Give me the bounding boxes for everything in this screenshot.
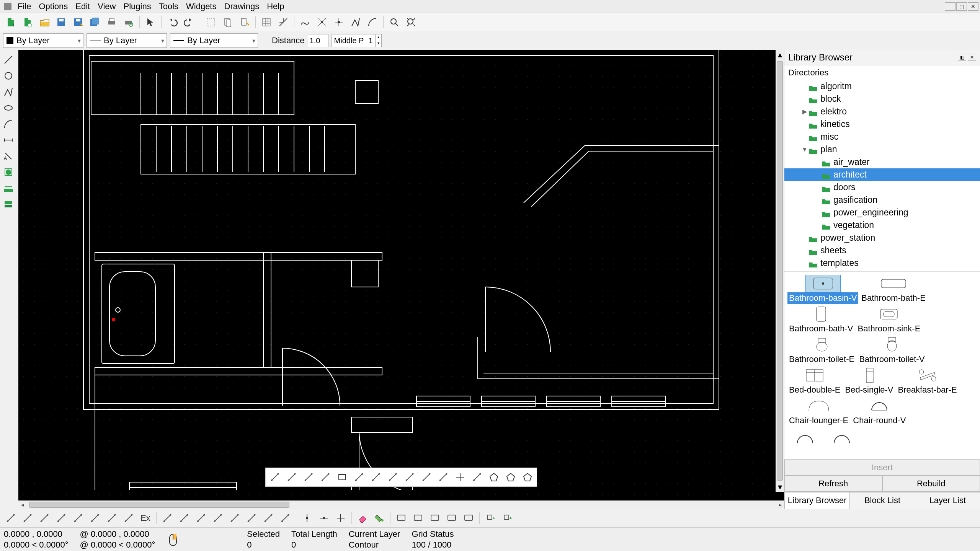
- tree-item-algoritm[interactable]: algoritm: [784, 80, 980, 93]
- tree-item-power_station[interactable]: power_station: [784, 231, 980, 244]
- menu-view[interactable]: View: [94, 0, 119, 13]
- directory-tree[interactable]: algoritmblock▶elektrokineticsmisc▼planai…: [784, 80, 980, 271]
- layer-color-select[interactable]: By Layer ▾: [3, 33, 83, 48]
- snap-snap2-icon[interactable]: [210, 510, 225, 526]
- tool-circle-icon[interactable]: [1, 68, 16, 83]
- snap-snap3-icon[interactable]: [227, 510, 242, 526]
- toolbar-cursor-icon[interactable]: [143, 15, 158, 30]
- line-tool-poly1-icon[interactable]: [486, 469, 501, 485]
- tool-dim-icon[interactable]: [1, 132, 16, 148]
- snap-erase-icon[interactable]: [355, 510, 370, 526]
- chevron-down-icon[interactable]: ▾: [375, 41, 381, 47]
- block-item-Bathroom-basin-V[interactable]: Bathroom-basin-V: [787, 275, 858, 304]
- tree-item-doors[interactable]: doors: [784, 181, 980, 194]
- toolbar-redo-icon[interactable]: [181, 15, 197, 30]
- snap-arrow-icon[interactable]: [121, 510, 136, 526]
- scroll-down-icon[interactable]: ▾: [778, 482, 782, 492]
- chevron-down-icon[interactable]: ▼: [800, 146, 809, 153]
- line-tool-l4-icon[interactable]: [318, 469, 333, 485]
- toolbar-file-saveall-icon[interactable]: [87, 15, 103, 30]
- tool-spline-icon[interactable]: [1, 84, 16, 99]
- snap-lock3-icon[interactable]: [333, 510, 348, 526]
- tool-dim2-icon[interactable]: A: [1, 148, 16, 164]
- panel-close-icon[interactable]: ✕: [968, 54, 976, 61]
- toolbar-file-saveas-icon[interactable]: [70, 15, 86, 30]
- exclusive-snap-button[interactable]: Ex: [138, 510, 153, 526]
- snap-dim-v-icon[interactable]: [54, 510, 69, 526]
- toolbar-file-new-icon[interactable]: +: [3, 15, 18, 30]
- toolbar-file-save-icon[interactable]: [54, 15, 69, 30]
- snap-screen2-icon[interactable]: [410, 510, 426, 526]
- tool-line-icon[interactable]: [1, 52, 16, 67]
- block-item-Bathroom-sink-E[interactable]: Bathroom-sink-E: [856, 305, 922, 334]
- toolbar-arc-icon[interactable]: [365, 15, 380, 30]
- menu-widgets[interactable]: Widgets: [182, 0, 220, 13]
- block-item-Chair-lounger-E[interactable]: Chair-lounger-E: [787, 397, 850, 426]
- tree-item-block[interactable]: block: [784, 93, 980, 105]
- snap-dim-h-icon[interactable]: [70, 510, 86, 526]
- toolbar-file-new2-icon[interactable]: [20, 15, 35, 30]
- floating-line-toolbox[interactable]: [265, 468, 537, 487]
- distance-input[interactable]: [308, 34, 328, 47]
- block-item-Chair-round-V[interactable]: Chair-round-V: [851, 397, 907, 426]
- line-tool-l7-icon[interactable]: [385, 469, 400, 485]
- snap-screen1-icon[interactable]: [394, 510, 409, 526]
- tool-dim4-icon[interactable]: [1, 197, 16, 212]
- toolbar-grid-icon[interactable]: [259, 15, 274, 30]
- snap-snap4-icon[interactable]: [244, 510, 259, 526]
- scrollbar-thumb[interactable]: [777, 61, 783, 481]
- panel-float-icon[interactable]: ◧: [958, 54, 966, 61]
- tool-arc-icon[interactable]: [1, 116, 16, 132]
- toolbar-freehand-icon[interactable]: [297, 15, 313, 30]
- block-item-Bathroom-bath-E[interactable]: Bathroom-bath-E: [860, 275, 927, 304]
- line-tool-l1-icon[interactable]: [267, 469, 283, 485]
- tree-item-architect[interactable]: architect: [784, 168, 980, 181]
- maximize-button[interactable]: ▢: [956, 2, 967, 11]
- toolbar-zoom-icon[interactable]: [387, 15, 402, 30]
- line-tool-l5-icon[interactable]: [351, 469, 367, 485]
- line-tool-c2-icon[interactable]: [436, 469, 451, 485]
- snap-angle-icon[interactable]: [37, 510, 52, 526]
- toolbar-paste-region-icon[interactable]: [237, 15, 252, 30]
- layer-width-select[interactable]: By Layer ▾: [87, 33, 167, 48]
- line-tool-poly3-icon[interactable]: [520, 469, 535, 485]
- tree-item-air_water[interactable]: air_water: [784, 156, 980, 168]
- menu-help[interactable]: Help: [263, 0, 288, 13]
- snap-screen3-icon[interactable]: [427, 510, 443, 526]
- tree-item-power_engineering[interactable]: power_engineering: [784, 206, 980, 219]
- drawing-canvas[interactable]: ▴ ▾: [18, 50, 784, 500]
- snap-dim-a-icon[interactable]: [87, 510, 103, 526]
- rebuild-button[interactable]: Rebuild: [882, 476, 980, 492]
- toolbar-cut-region-icon[interactable]: [203, 15, 219, 30]
- block-item-Bathroom-bath-V[interactable]: Bathroom-bath-V: [787, 305, 855, 334]
- block-item-Bathroom-toilet-V[interactable]: Bathroom-toilet-V: [858, 336, 926, 365]
- snap-measure-icon[interactable]: [20, 510, 35, 526]
- toolbar-undo-icon[interactable]: [165, 15, 180, 30]
- snap-plus1-icon[interactable]: [483, 510, 498, 526]
- line-tool-l8-icon[interactable]: [402, 469, 417, 485]
- line-tool-l6-icon[interactable]: [368, 469, 384, 485]
- horizontal-scrollbar[interactable]: ◂ ▸: [18, 500, 784, 509]
- block-item-Bed-single-V[interactable]: Bed-single-V: [844, 367, 895, 396]
- tree-item-misc[interactable]: misc: [784, 130, 980, 143]
- menu-plugins[interactable]: Plugins: [120, 0, 155, 13]
- toolbar-spline-icon[interactable]: [348, 15, 363, 30]
- block-item-Bathroom-toilet-E[interactable]: Bathroom-toilet-E: [787, 336, 856, 365]
- snap-lead-icon[interactable]: [104, 510, 119, 526]
- tree-item-gasification[interactable]: gasification: [784, 194, 980, 206]
- snap-lock1-icon[interactable]: [299, 510, 315, 526]
- tool-dim3-icon[interactable]: [1, 181, 16, 196]
- toolbar-iso-icon[interactable]: [276, 15, 291, 30]
- tree-item-kinetics[interactable]: kinetics: [784, 118, 980, 130]
- layer-linetype-select[interactable]: By Layer ▾: [170, 33, 258, 48]
- tree-item-vegetation[interactable]: vegetation: [784, 219, 980, 231]
- menu-options[interactable]: Options: [35, 0, 72, 13]
- snap-grid2-icon[interactable]: [176, 510, 192, 526]
- tool-ellipse-icon[interactable]: [1, 100, 16, 116]
- snap-plus2-icon[interactable]: [500, 510, 515, 526]
- close-button[interactable]: ✕: [968, 2, 978, 11]
- chevron-right-icon[interactable]: ▶: [800, 108, 809, 115]
- line-tool-l3-icon[interactable]: [301, 469, 316, 485]
- tab-layer-list[interactable]: Layer List: [915, 492, 980, 509]
- snap-grid1-icon[interactable]: [160, 510, 175, 526]
